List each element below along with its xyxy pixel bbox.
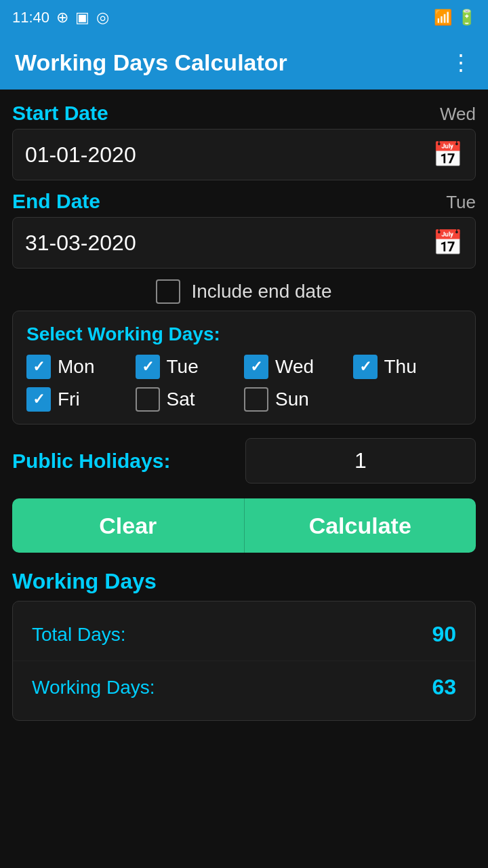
working-days-row: Working Days: 63 [13, 661, 475, 713]
public-holidays-row: Public Holidays: 1 [12, 438, 476, 484]
tue-label: Tue [167, 356, 199, 378]
day-item-sun[interactable]: Sun [244, 387, 353, 412]
select-working-days-label: Select Working Days: [26, 323, 462, 345]
include-end-date-checkbox[interactable] [156, 279, 180, 304]
working-days-key: Working Days: [32, 677, 155, 698]
fri-label: Fri [58, 389, 80, 410]
working-days-box: Select Working Days: Mon Tue Wed Thu [12, 311, 476, 425]
battery-icon: 🔋 [458, 9, 476, 26]
day-item-thu[interactable]: Thu [353, 355, 462, 379]
total-days-value: 90 [432, 622, 456, 647]
fri-checkbox[interactable] [26, 387, 51, 412]
app-bar: Working Days Calculator ⋮ [0, 35, 488, 90]
day-item-sat[interactable]: Sat [136, 387, 245, 412]
email-icon: ◎ [96, 9, 109, 26]
status-bar: 11:40 ⊕ ▣ ◎ 📶 🔋 [0, 0, 488, 35]
day-item-wed[interactable]: Wed [244, 355, 353, 379]
start-day-name: Wed [440, 104, 476, 125]
day-item-tue[interactable]: Tue [136, 355, 245, 379]
end-day-name: Tue [446, 192, 476, 213]
end-date-value: 31-03-2020 [25, 231, 136, 256]
tue-checkbox[interactable] [136, 355, 160, 379]
results-section-label: Working Days [12, 569, 476, 594]
status-left: 11:40 ⊕ ▣ ◎ [12, 9, 109, 26]
start-date-value: 01-01-2020 [25, 142, 136, 167]
end-date-section: End Date Tue 31-03-2020 📅 [12, 190, 476, 269]
sat-label: Sat [167, 389, 195, 410]
mon-checkbox[interactable] [26, 355, 51, 379]
day-item-mon[interactable]: Mon [26, 355, 136, 379]
start-date-section: Start Date Wed 01-01-2020 📅 [12, 102, 476, 180]
public-holidays-input[interactable]: 1 [245, 438, 476, 484]
day-item-fri[interactable]: Fri [26, 387, 136, 412]
thu-label: Thu [384, 356, 417, 378]
start-calendar-icon[interactable]: 📅 [432, 140, 463, 169]
calculate-button[interactable]: Calculate [245, 498, 476, 553]
end-date-input[interactable]: 31-03-2020 📅 [12, 217, 476, 269]
mon-label: Mon [58, 356, 94, 378]
menu-button[interactable]: ⋮ [450, 50, 473, 75]
clear-button[interactable]: Clear [12, 498, 245, 553]
status-right: 📶 🔋 [434, 9, 476, 26]
results-box: Total Days: 90 Working Days: 63 [12, 601, 476, 721]
main-content: Start Date Wed 01-01-2020 📅 End Date Tue… [0, 90, 488, 721]
include-end-date-label: Include end date [191, 281, 331, 302]
end-calendar-icon[interactable]: 📅 [432, 229, 463, 257]
include-end-date-row: Include end date [12, 279, 476, 304]
sim-icon: ▣ [75, 9, 89, 26]
end-date-label: End Date [12, 190, 100, 213]
working-days-value: 63 [432, 675, 456, 700]
sun-label: Sun [275, 389, 309, 410]
start-date-label: Start Date [12, 102, 108, 125]
location-icon: ⊕ [56, 9, 68, 26]
signal-icon: 📶 [434, 9, 452, 26]
sat-checkbox[interactable] [136, 387, 160, 412]
sun-checkbox[interactable] [244, 387, 268, 412]
start-date-label-row: Start Date Wed [12, 102, 476, 125]
app-title: Working Days Calculator [15, 50, 287, 76]
results-section: Working Days Total Days: 90 Working Days… [12, 569, 476, 721]
days-grid: Mon Tue Wed Thu Fri Sat [26, 355, 462, 412]
wed-checkbox[interactable] [244, 355, 268, 379]
time: 11:40 [12, 9, 49, 26]
thu-checkbox[interactable] [353, 355, 378, 379]
start-date-input[interactable]: 01-01-2020 📅 [12, 129, 476, 180]
public-holidays-label: Public Holidays: [12, 450, 170, 473]
total-days-row: Total Days: 90 [13, 608, 475, 661]
end-date-label-row: End Date Tue [12, 190, 476, 213]
total-days-key: Total Days: [32, 624, 126, 646]
action-buttons: Clear Calculate [12, 498, 476, 553]
wed-label: Wed [275, 356, 314, 378]
